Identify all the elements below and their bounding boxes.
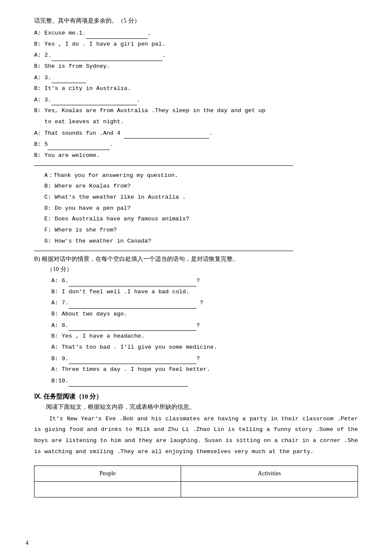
- section-ix-title: Ⅸ. 任务型阅读（10 分）: [34, 393, 358, 401]
- dialog-b-6: B: Yes , I have a headache.: [34, 331, 358, 342]
- blank-5: [48, 139, 110, 150]
- dialog-line-6: B: It's a city in Australia.: [34, 83, 358, 94]
- option-a: A：Thank you for answering my question.: [34, 170, 358, 181]
- blank-6: [69, 275, 196, 286]
- activities-table: People Activities: [34, 465, 358, 497]
- dialog-b: A: 6. ? B: I don't feel well .I have a b…: [34, 275, 358, 386]
- dialog-b-8: B: 9. ?: [34, 353, 358, 364]
- section-ix-intro-1: 阅读下面短文，根据短文内容，完成表格中所缺的信息。: [34, 403, 358, 411]
- dialog-line-5: A: 3.: [34, 72, 358, 84]
- blank-7: [69, 297, 196, 309]
- blank-4: [124, 127, 209, 139]
- divider-2: [34, 251, 293, 251]
- dialog-b-7: A: That's too bad . I'll give you some m…: [34, 342, 358, 353]
- dialog-line-1: A: Excuse me.1. 。: [34, 27, 358, 39]
- table-header-people: People: [35, 466, 181, 482]
- dialog-b-3: A: 7. ?: [34, 297, 358, 309]
- dialog-b-5: A: 8. ?: [34, 320, 358, 331]
- table-section: People Activities: [34, 465, 358, 497]
- blank-3b: [52, 94, 137, 106]
- table-cell-activities-1: [181, 482, 357, 497]
- table-header-activities: Activities: [181, 466, 357, 482]
- blank-1: [86, 27, 148, 39]
- blank-3a: [52, 72, 86, 84]
- section-ix: Ⅸ. 任务型阅读（10 分） 阅读下面短文，根据短文内容，完成表格中所缺的信息。…: [34, 393, 358, 498]
- option-d: D: Do you have a pen pal?: [34, 203, 358, 214]
- option-b: B: Where are Koalas from?: [34, 181, 358, 192]
- option-c: C: What's the weather like in Australia …: [34, 192, 358, 203]
- dialog-line-2: B: Yes , I do . I have a girl pen pal.: [34, 39, 358, 50]
- passage-text: It's New Year's Eve .Bob and his classma…: [34, 413, 358, 457]
- dialog-a: A: Excuse me.1. 。 B: Yes , I do . I have…: [34, 27, 358, 161]
- dialog-b-10: B:10.: [34, 375, 358, 387]
- dialog-line-10: A: That sounds fun .And 4 .: [34, 127, 358, 139]
- dialog-b-9: A: Three times a day . I hope you feel b…: [34, 364, 358, 375]
- blank-10: [69, 375, 188, 387]
- option-g: G: How's the weather in Canada?: [34, 236, 358, 247]
- page-number: 4: [26, 540, 29, 546]
- section-b-sub: （10 分）: [34, 266, 358, 273]
- section-intro: 话完整。其中有两项是多余的。（5 分）: [34, 17, 358, 25]
- table-row-empty: [35, 482, 358, 497]
- table-cell-people-1: [35, 482, 181, 497]
- dialog-b-1: A: 6. ?: [34, 275, 358, 286]
- option-e: E: Does Australia have any famous animal…: [34, 214, 358, 225]
- main-content: 话完整。其中有两项是多余的。（5 分） A: Excuse me.1. 。 B:…: [34, 17, 358, 497]
- options-section: A：Thank you for answering my question. B…: [34, 170, 358, 246]
- section-b-intro: B) 根据对话中的情景，在每个空白处填入一个适当的语句，是对话恢复完整。: [34, 255, 358, 263]
- dialog-line-8: B: Yes, Koalas are from Australia .They …: [34, 105, 358, 116]
- blank-9: [69, 353, 196, 364]
- blank-2: [52, 49, 162, 61]
- dialog-b-4: B: About two days ago.: [34, 309, 358, 320]
- dialog-line-12: B: You are welcome.: [34, 150, 358, 161]
- divider-1: [34, 165, 293, 166]
- table-header-row: People Activities: [35, 466, 358, 482]
- dialog-line-7: A: 3. .: [34, 94, 358, 106]
- dialog-line-11: B: 5 .: [34, 139, 358, 150]
- dialog-line-3: A: 2. .: [34, 49, 358, 61]
- dialog-b-2: B: I don't feel well .I have a bad cold.: [34, 286, 358, 298]
- dialog-line-9: to eat leaves at night.: [34, 116, 358, 127]
- option-f: F: Where is she from?: [34, 225, 358, 236]
- blank-8: [69, 320, 196, 331]
- dialog-line-4: B: She is from Sydney.: [34, 61, 358, 72]
